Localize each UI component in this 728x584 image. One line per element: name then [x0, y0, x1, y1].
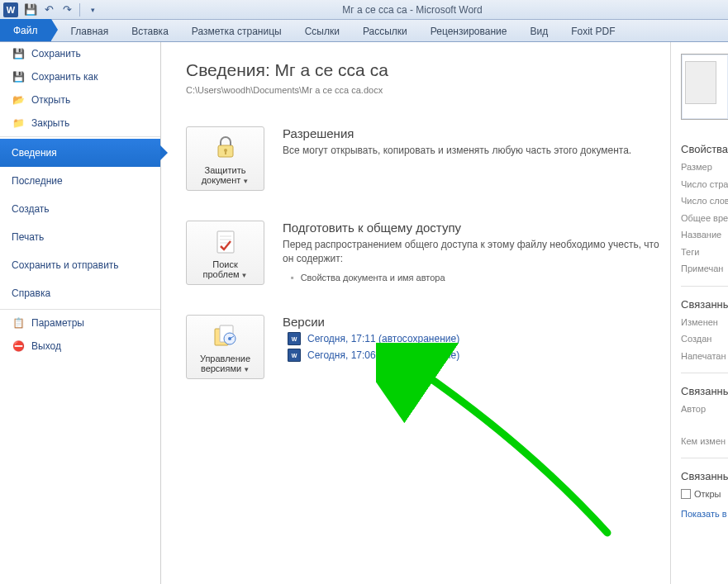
- redo-icon[interactable]: ↷: [59, 2, 74, 17]
- tab-foxit-pdf[interactable]: Foxit PDF: [559, 21, 626, 41]
- section-description: Все могут открывать, копировать и изменя…: [283, 144, 662, 158]
- qat-separator: [79, 3, 80, 17]
- related-people-heading: Связанные: [681, 385, 728, 397]
- tab-page-layout[interactable]: Разметка страницы: [180, 21, 293, 41]
- undo-icon[interactable]: ↶: [41, 2, 56, 17]
- sidebar-exit[interactable]: ⛔ Выход: [0, 335, 160, 358]
- open-location-link[interactable]: Откры: [681, 489, 728, 499]
- sidebar-recent[interactable]: Последние: [0, 167, 160, 195]
- backstage-main: Сведения: Mг а се сса са C:\Users\woodh\…: [161, 42, 728, 584]
- sidebar-save[interactable]: 💾 Сохранить: [0, 42, 160, 65]
- section-title: Разрешения: [283, 126, 662, 140]
- tab-home[interactable]: Главная: [59, 21, 121, 41]
- word-doc-icon: W: [288, 332, 301, 345]
- check-issues-button[interactable]: Поиск проблем▼: [186, 221, 264, 285]
- dropdown-arrow-icon: ▼: [241, 272, 248, 279]
- ribbon-tabs: Файл Главная Вставка Разметка страницы С…: [0, 20, 728, 42]
- sidebar-send[interactable]: Сохранить и отправить: [0, 251, 160, 279]
- sidebar-save-as[interactable]: 💾 Сохранить как: [0, 65, 160, 88]
- prop-size: Размер: [681, 160, 728, 174]
- word-doc-icon: W: [288, 349, 301, 362]
- backstage-view: 💾 Сохранить 💾 Сохранить как 📂 Открыть 📁 …: [0, 42, 728, 584]
- prop-separator: [681, 373, 728, 373]
- prop-tags: Теги: [681, 245, 728, 259]
- prop-created: Создан: [681, 332, 728, 346]
- folder-open-icon: 📂: [12, 93, 25, 107]
- version-label: Сегодня, 17:06 (автосохранение): [307, 349, 459, 361]
- sidebar-label: Сохранить как: [31, 71, 98, 83]
- file-tab[interactable]: Файл: [0, 19, 51, 41]
- sidebar-close[interactable]: 📁 Закрыть: [0, 112, 160, 135]
- sidebar-separator: [0, 309, 160, 310]
- svg-rect-3: [217, 231, 234, 253]
- prop-last-modified-by: Кем измен: [681, 434, 728, 449]
- prepare-share-section: Поиск проблем▼ Подготовить к общему дост…: [186, 211, 662, 305]
- checkbox-icon: [681, 489, 691, 499]
- button-label: Поиск проблем: [202, 259, 239, 279]
- tab-references[interactable]: Ссылки: [293, 21, 351, 41]
- lock-key-icon: [212, 134, 240, 162]
- save-as-icon: 💾: [12, 70, 25, 83]
- sidebar-label: Закрыть: [31, 117, 69, 129]
- issue-bullet: Свойства документа и имя автора: [283, 273, 662, 283]
- title-bar: W 💾 ↶ ↷ ▾ Mг а се сса са - Microsoft Wor…: [0, 0, 728, 20]
- version-item[interactable]: W Сегодня, 17:11 (автосохранение): [283, 332, 662, 345]
- version-item[interactable]: W Сегодня, 17:06 (автосохранение): [283, 349, 662, 362]
- versions-section: Управление версиями▼ Версии W Сегодня, 1…: [186, 305, 662, 399]
- sidebar-label: Открыть: [31, 94, 70, 106]
- section-title: Версии: [283, 315, 662, 329]
- prop-author: Автор: [681, 402, 728, 416]
- tab-view[interactable]: Вид: [518, 21, 559, 41]
- info-heading: Сведения: Mг а се сса са: [186, 60, 662, 80]
- sidebar-create[interactable]: Создать: [0, 195, 160, 223]
- prop-pages: Число стра: [681, 178, 728, 192]
- tab-insert[interactable]: Вставка: [120, 21, 180, 41]
- options-icon: 📋: [12, 316, 25, 330]
- prop-separator: [681, 458, 728, 458]
- sidebar-print[interactable]: Печать: [0, 223, 160, 251]
- versions-icon: [212, 322, 240, 350]
- properties-panel: Свойства Размер Число стра Число слов Об…: [670, 42, 728, 584]
- related-docs-heading: Связанные: [681, 470, 728, 482]
- prop-words: Число слов: [681, 194, 728, 208]
- sidebar-label: Параметры: [31, 317, 84, 329]
- tab-review[interactable]: Рецензирование: [419, 21, 519, 41]
- prop-edit-time: Общее вре: [681, 211, 728, 226]
- sidebar-label: Выход: [31, 340, 61, 352]
- sidebar-info[interactable]: Сведения: [0, 139, 160, 167]
- related-dates-heading: Связанные: [681, 298, 728, 311]
- sidebar-label: Сохранить: [31, 48, 81, 59]
- manage-versions-button[interactable]: Управление версиями▼: [186, 315, 264, 379]
- window-title: Mг а се сса са - Microsoft Word: [100, 4, 725, 16]
- info-column: Сведения: Mг а се сса са C:\Users\woodh\…: [161, 42, 670, 584]
- prop-title: Название: [681, 228, 728, 242]
- prop-separator: [681, 286, 728, 287]
- prop-printed: Напечатан: [681, 349, 728, 363]
- sidebar-help[interactable]: Справка: [0, 279, 160, 307]
- check-document-icon: [212, 228, 240, 256]
- protect-document-button[interactable]: Защитить документ▼: [186, 126, 264, 191]
- tab-mailings[interactable]: Рассылки: [351, 21, 419, 41]
- show-all-properties-link[interactable]: Показать в: [681, 509, 728, 519]
- version-label: Сегодня, 17:11 (автосохранение): [307, 333, 459, 344]
- document-thumbnail[interactable]: [681, 54, 728, 120]
- prop-comments: Примечан: [681, 262, 728, 276]
- dropdown-arrow-icon: ▼: [243, 366, 250, 373]
- qat-customize-icon[interactable]: ▾: [85, 2, 100, 17]
- save-disk-icon: 💾: [12, 47, 25, 60]
- svg-rect-2: [225, 151, 226, 154]
- dropdown-arrow-icon: ▼: [242, 178, 249, 185]
- permissions-section: Защитить документ▼ Разрешения Все могут …: [186, 116, 662, 211]
- prop-modified: Изменен: [681, 316, 728, 330]
- save-icon[interactable]: 💾: [23, 2, 38, 17]
- sidebar-open[interactable]: 📂 Открыть: [0, 88, 160, 112]
- sidebar-separator: [0, 136, 160, 137]
- folder-close-icon: 📁: [12, 116, 25, 130]
- backstage-sidebar: 💾 Сохранить 💾 Сохранить как 📂 Открыть 📁 …: [0, 42, 161, 584]
- properties-heading[interactable]: Свойства: [681, 143, 728, 155]
- section-title: Подготовить к общему доступу: [283, 221, 662, 235]
- button-label: Защитить документ: [202, 165, 246, 185]
- svg-point-7: [228, 337, 231, 340]
- sidebar-options[interactable]: 📋 Параметры: [0, 311, 160, 335]
- word-app-icon: W: [3, 2, 18, 17]
